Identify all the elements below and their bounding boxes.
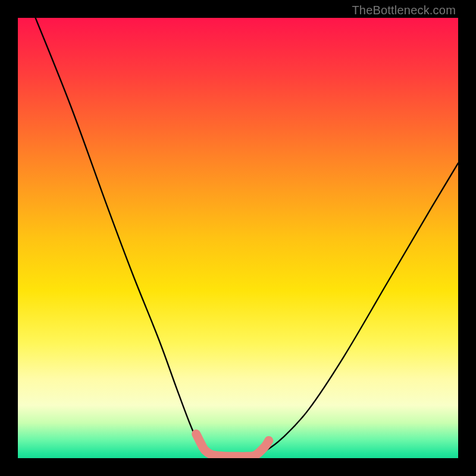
marker-layer [196,434,269,456]
bottleneck-curve [36,18,458,457]
marker-segment-0 [196,434,269,456]
chart-frame: TheBottleneck.com [0,0,476,476]
curve-layer [36,18,458,457]
plot-area [18,18,458,458]
watermark-text: TheBottleneck.com [352,4,456,17]
chart-svg [18,18,458,458]
